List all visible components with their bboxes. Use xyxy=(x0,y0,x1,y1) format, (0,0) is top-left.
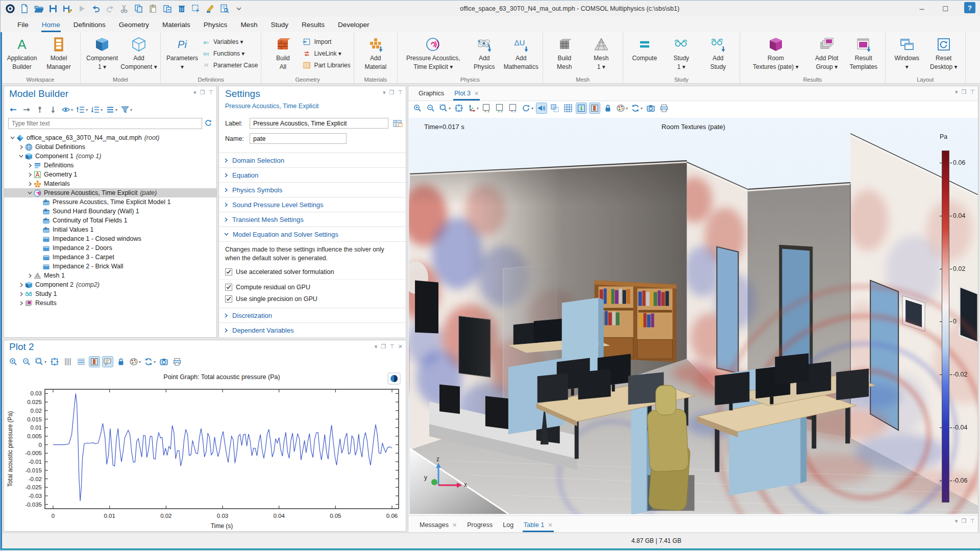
tree-filter-input[interactable] xyxy=(8,118,202,129)
tree-item[interactable]: Study 1 xyxy=(4,289,216,298)
expanded-arrow-icon[interactable] xyxy=(27,191,33,195)
chart-context-button[interactable] xyxy=(388,373,400,384)
menu-study[interactable]: Study xyxy=(264,18,295,32)
tree-item[interactable]: D Sound Hard Boundary (Wall) 1 xyxy=(4,207,216,216)
tree-item[interactable]: office_space_63_30T0_N4_ma_out.mph (root… xyxy=(4,133,216,142)
mb-collapse-icon[interactable]: ▾ xyxy=(91,105,103,115)
graphics-zoom-box-icon[interactable]: ▾ xyxy=(439,103,451,113)
checkbox-checked-icon[interactable] xyxy=(225,284,232,291)
collapsed-arrow-icon[interactable] xyxy=(27,163,33,168)
panel-pin-icon[interactable]: ⊤ xyxy=(389,343,395,350)
plot2-axis-toggle-icon[interactable] xyxy=(89,357,100,367)
panel-float-icon[interactable]: ❒ xyxy=(962,89,967,95)
mb-down-icon[interactable] xyxy=(48,105,58,115)
section-dependent-variables[interactable]: Dependent Variables xyxy=(219,322,406,337)
checkbox-row[interactable]: Compute residual on GPU xyxy=(219,281,406,293)
collapsed-arrow-icon[interactable] xyxy=(18,145,24,149)
preview-icon[interactable] xyxy=(218,2,231,15)
menu-mesh[interactable]: Mesh xyxy=(234,18,264,32)
ribbon-pate-button[interactable]: Pressure Acoustics, Time Explicit ▾ xyxy=(401,34,466,70)
mb-compact-icon[interactable]: ▾ xyxy=(106,105,117,115)
collapsed-arrow-icon[interactable] xyxy=(27,182,33,186)
graphics-fit-icon[interactable] xyxy=(454,103,464,113)
graphics-print-icon[interactable] xyxy=(659,103,669,113)
ribbon-room-tex-button[interactable]: Room Textures (pate) ▾ xyxy=(743,34,808,70)
ribbon-add-material-button[interactable]: Add Material xyxy=(357,34,394,70)
mb-back-icon[interactable] xyxy=(8,105,18,115)
graphics-zoom-in-icon[interactable] xyxy=(412,103,423,113)
plot2-update-icon[interactable]: ▾ xyxy=(144,357,156,367)
menu-home[interactable]: Home xyxy=(35,18,67,32)
expanded-arrow-icon[interactable] xyxy=(18,154,24,158)
tree-item[interactable]: Impedance 3 - Carpet xyxy=(4,253,216,262)
tree-item[interactable]: Results xyxy=(4,298,216,308)
ribbon-result-tmpl-button[interactable]: Result Templates xyxy=(845,34,882,70)
duplicate-icon[interactable] xyxy=(161,2,174,15)
save-icon[interactable] xyxy=(46,2,60,15)
graphics-sound-icon[interactable] xyxy=(536,103,547,113)
section-model-equation[interactable]: Model Equation and Solver Settings xyxy=(219,227,406,241)
delete-icon[interactable] xyxy=(175,2,188,15)
checkbox-checked-icon[interactable] xyxy=(225,268,232,276)
ribbon-reset-button[interactable]: Reset Desktop ▾ xyxy=(925,34,962,70)
panel-menu-icon[interactable]: ▾ xyxy=(955,518,958,524)
tree-item[interactable]: Mesh 1 xyxy=(4,271,216,280)
tab-close-icon[interactable]: ✕ xyxy=(548,522,552,529)
label-field[interactable] xyxy=(250,118,388,129)
plot2-zoom-out-icon[interactable] xyxy=(21,357,32,367)
checkbox-row[interactable]: Use single precision on GPU xyxy=(219,293,406,305)
mb-filter-icon[interactable]: ▾ xyxy=(120,105,132,115)
tree-item[interactable]: Component 2 (comp2) xyxy=(4,280,216,289)
ribbon-windows-button[interactable]: Windows ▾ xyxy=(889,34,925,70)
copy-icon[interactable] xyxy=(132,2,145,15)
menu-geometry[interactable]: Geometry xyxy=(112,18,156,32)
tree-item[interactable]: Impedance 1 - Closed windows xyxy=(4,234,216,243)
cut-icon[interactable] xyxy=(118,2,131,15)
plot2-camera-icon[interactable] xyxy=(159,357,169,367)
save-as-icon[interactable] xyxy=(61,2,74,15)
tree-item[interactable]: Global Definitions xyxy=(4,142,216,152)
collapsed-arrow-icon[interactable] xyxy=(27,273,33,278)
menu-file[interactable]: File xyxy=(11,18,35,32)
ribbon-add-plot-button[interactable]: Add Plot Group ▾ xyxy=(808,34,845,70)
panel-menu-icon[interactable]: ▾ xyxy=(955,89,958,95)
rename-table-icon[interactable] xyxy=(393,119,403,128)
plot2-print-icon[interactable] xyxy=(172,357,182,367)
undo-icon[interactable] xyxy=(89,2,103,15)
section-physics-symbols[interactable]: Physics Symbols xyxy=(219,182,406,197)
ribbon-compute-button[interactable]: Compute xyxy=(626,34,663,63)
paste-icon[interactable] xyxy=(146,2,160,15)
menu-materials[interactable]: Materials xyxy=(156,18,197,32)
panel-pin-icon[interactable]: ⊤ xyxy=(398,89,403,96)
plot2-tooltip-icon[interactable] xyxy=(103,357,113,367)
mb-expand-icon[interactable]: ▾ xyxy=(76,105,88,115)
ribbon-mesh1-button[interactable]: Mesh 1 ▾ xyxy=(583,34,620,70)
panel-float-icon[interactable]: ❒ xyxy=(962,518,967,524)
mb-forward-icon[interactable] xyxy=(21,105,32,115)
ribbon-add-study-button[interactable]: Add Study xyxy=(700,34,737,70)
menu-developer[interactable]: Developer xyxy=(331,18,376,32)
panel-float-icon[interactable]: ❒ xyxy=(389,89,395,96)
refresh-icon[interactable] xyxy=(203,118,213,128)
tree-item[interactable]: Component 1 (comp 1) xyxy=(4,152,216,161)
collapsed-arrow-icon[interactable] xyxy=(18,283,24,287)
graphics-zoom-out-icon[interactable] xyxy=(426,103,436,113)
tree-item[interactable]: D Continuity of Total Fields 1 xyxy=(4,216,216,225)
expanded-arrow-icon[interactable] xyxy=(9,136,16,140)
tab-progress[interactable]: Progress xyxy=(462,519,498,532)
checkbox-row[interactable]: Use accelerated solver formulation xyxy=(219,266,406,278)
checkbox-checked-icon[interactable] xyxy=(225,295,232,303)
section-discretization[interactable]: Discretization xyxy=(219,308,406,322)
ribbon-build-mesh-button[interactable]: Build Mesh xyxy=(546,34,583,70)
graphics-scene-light-icon[interactable] xyxy=(576,103,586,113)
section-sound-pressure-level-settings[interactable]: Sound Pressure Level Settings xyxy=(219,197,406,212)
redo-icon[interactable] xyxy=(104,2,117,15)
tab-messages[interactable]: Messages✕ xyxy=(414,519,462,532)
section-equation[interactable]: Equation xyxy=(219,167,406,182)
ribbon-part-lib-button[interactable]: Part Libraries xyxy=(302,61,350,70)
tab-log[interactable]: Log xyxy=(498,519,519,532)
help-button[interactable]: ? xyxy=(964,2,975,13)
open-file-icon[interactable] xyxy=(32,2,45,15)
graphics-palette-icon[interactable]: ▾ xyxy=(616,103,628,113)
ribbon-study-button[interactable]: Study 1 ▾ xyxy=(663,34,700,70)
